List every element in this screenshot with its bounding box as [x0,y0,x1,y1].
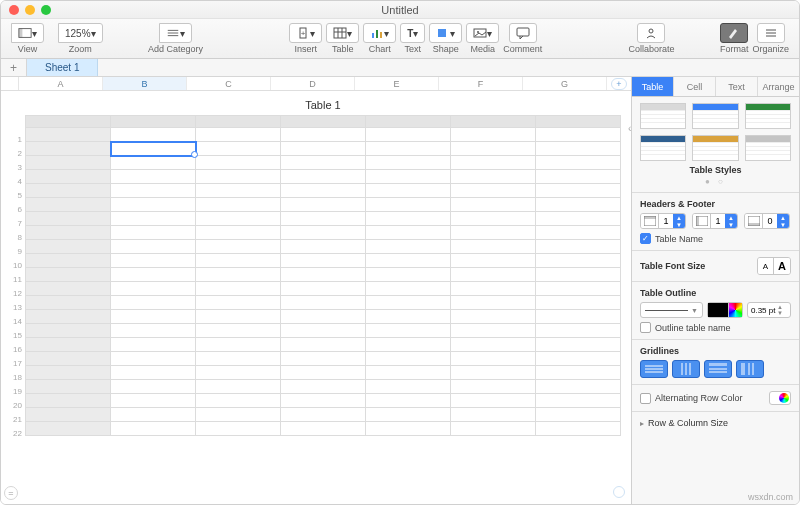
cell[interactable] [196,128,281,142]
cell[interactable] [451,352,536,366]
cell[interactable] [196,184,281,198]
table-row[interactable]: 2 [26,142,621,156]
row-number[interactable]: 9 [6,247,22,256]
cell[interactable] [281,240,366,254]
cell[interactable] [281,254,366,268]
cell[interactable] [281,170,366,184]
cell[interactable] [111,366,196,380]
outline-line-style-popup[interactable]: ▼ [640,302,703,318]
cell[interactable] [196,352,281,366]
cell[interactable] [196,170,281,184]
cell[interactable] [536,268,621,282]
add-column-button[interactable]: + [611,78,627,90]
cell[interactable] [196,142,281,156]
cell[interactable] [281,184,366,198]
row-number[interactable]: 8 [6,233,22,242]
row-number[interactable]: 5 [6,191,22,200]
organize-button[interactable] [757,23,785,43]
cell[interactable] [536,254,621,268]
table-row[interactable]: 1 [26,128,621,142]
cell[interactable] [111,156,196,170]
cell[interactable] [366,184,451,198]
cell[interactable] [196,408,281,422]
table-row[interactable]: 6 [26,198,621,212]
comment-button[interactable] [509,23,537,43]
cell[interactable] [536,324,621,338]
cell[interactable] [196,366,281,380]
tab-arrange[interactable]: Arrange [758,77,799,96]
spreadsheet-canvas[interactable]: A B C D E F G + Table 1 1234567891011121… [1,77,631,504]
gridlines-header-v-button[interactable] [736,360,764,378]
table-row[interactable]: 22 [26,422,621,436]
row-number[interactable]: 13 [6,303,22,312]
row-number[interactable]: 20 [6,401,22,410]
cell[interactable] [111,128,196,142]
cell[interactable] [536,366,621,380]
cell[interactable] [111,184,196,198]
cell[interactable] [281,366,366,380]
cell[interactable] [281,310,366,324]
table-row[interactable]: 14 [26,310,621,324]
view-menu-button[interactable]: ▾ [11,23,44,43]
table-row[interactable]: 15 [26,324,621,338]
cell[interactable] [536,408,621,422]
sheet-tab-1[interactable]: Sheet 1 [27,59,98,76]
cell[interactable] [536,422,621,436]
cell[interactable] [366,170,451,184]
outline-table-name-checkbox[interactable] [640,322,651,333]
cell[interactable] [111,352,196,366]
cell[interactable] [536,338,621,352]
cell[interactable] [196,394,281,408]
cell[interactable] [111,212,196,226]
cell[interactable] [366,310,451,324]
cell[interactable] [111,338,196,352]
col-header-B[interactable]: B [103,77,187,90]
gridlines-horizontal-button[interactable] [640,360,668,378]
table-row[interactable]: 4 [26,170,621,184]
cell[interactable] [111,268,196,282]
outline-width-field[interactable]: 0.35 pt▲▼ [747,302,791,318]
table-row[interactable]: 3 [26,156,621,170]
cell[interactable] [196,226,281,240]
cell[interactable] [281,338,366,352]
cell[interactable] [366,156,451,170]
cell[interactable] [281,408,366,422]
zoom-field[interactable]: 125% ▾ [58,23,103,43]
table-row[interactable]: 9 [26,240,621,254]
cell[interactable] [111,282,196,296]
table-row[interactable]: 5 [26,184,621,198]
table-button[interactable]: ▾ [326,23,359,43]
cell[interactable] [366,268,451,282]
cell[interactable] [451,268,536,282]
table-style-thumb[interactable] [640,135,686,161]
col-header-G[interactable]: G [523,77,607,90]
row-number[interactable]: 22 [6,429,22,438]
cell[interactable] [451,338,536,352]
cell[interactable] [366,394,451,408]
cell[interactable] [196,324,281,338]
row-column-size-disclosure[interactable]: ▸ Row & Column Size [640,418,791,428]
row-number[interactable]: 1 [6,135,22,144]
cell[interactable] [451,254,536,268]
cell[interactable] [281,380,366,394]
cell[interactable] [281,296,366,310]
cell[interactable] [196,156,281,170]
table-row[interactable]: 21 [26,408,621,422]
cell[interactable] [111,394,196,408]
table-row[interactable]: 10 [26,254,621,268]
cell[interactable] [536,310,621,324]
cell[interactable] [451,324,536,338]
col-header-A[interactable]: A [19,77,103,90]
header-cols-stepper[interactable]: 1▲▼ [692,213,738,229]
cell[interactable] [281,352,366,366]
cell[interactable] [536,156,621,170]
outline-color-well[interactable] [707,302,743,318]
cell[interactable] [536,142,621,156]
spreadsheet-table[interactable]: 12345678910111213141516171819202122 [25,115,621,436]
cell[interactable] [536,352,621,366]
cell[interactable] [196,380,281,394]
cell[interactable] [366,254,451,268]
cell[interactable] [451,282,536,296]
col-header-F[interactable]: F [439,77,523,90]
cell[interactable] [111,198,196,212]
